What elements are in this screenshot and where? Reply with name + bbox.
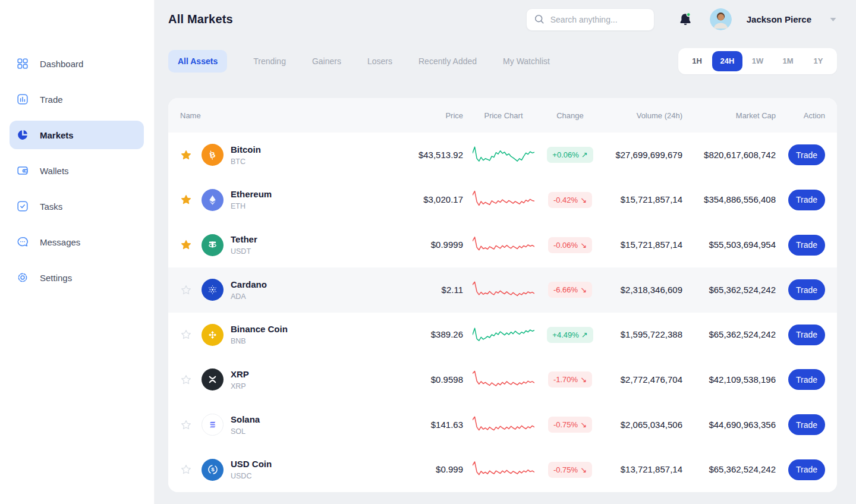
coin-symbol: BTC <box>231 158 261 166</box>
timeframe-1y[interactable]: 1Y <box>803 51 833 71</box>
table-row: Tether USDT $0.9999 -0.06%↘ $15,721,857,… <box>168 222 837 267</box>
column-header-action: Action <box>776 111 825 120</box>
coin-symbol: ADA <box>231 292 267 301</box>
arrow-up-right-icon: ↗ <box>581 330 588 339</box>
volume-24h: $27,699,699,679 <box>615 150 682 160</box>
favorite-star-icon[interactable] <box>180 239 192 251</box>
tab-gainers[interactable]: Gainers <box>312 56 341 66</box>
market-cap: $820,617,608,742 <box>704 150 776 160</box>
table-row: Solana SOL $141.63 -0.75%↘ $2,065,034,50… <box>168 402 837 448</box>
trade-button[interactable]: Trade <box>788 279 825 300</box>
wallet-icon <box>15 163 30 178</box>
coin-price: $0.9999 <box>431 240 463 250</box>
coin-name: Ethereum <box>231 189 272 199</box>
coin-price: $2.11 <box>442 285 463 295</box>
coin-name: Binance Coin <box>231 324 288 334</box>
sidebar-item-tasks[interactable]: Tasks <box>10 192 144 220</box>
sidebar-item-settings[interactable]: Settings <box>10 263 144 292</box>
sidebar-item-label: Dashboard <box>40 59 83 69</box>
sidebar-item-wallets[interactable]: Wallets <box>10 156 144 185</box>
volume-24h: $2,772,476,704 <box>621 374 682 385</box>
market-cap: $354,886,556,408 <box>704 194 776 204</box>
table-row: XRP XRP $0.9598 -1.70%↘ $2,772,476,704 $… <box>168 357 837 402</box>
search-input[interactable] <box>550 15 646 24</box>
favorite-star-icon[interactable] <box>180 464 192 475</box>
arrow-down-right-icon: ↘ <box>580 241 587 250</box>
user-menu-caret-icon[interactable] <box>829 17 837 23</box>
xrp-icon <box>202 368 224 390</box>
messages-icon <box>15 235 30 249</box>
coin-symbol: XRP <box>231 382 249 390</box>
timeframe-1m[interactable]: 1M <box>773 51 803 71</box>
arrow-down-right-icon: ↘ <box>580 285 587 294</box>
change-badge: +0.06%↗ <box>547 147 593 163</box>
notification-bell-icon[interactable] <box>678 11 693 28</box>
price-sparkline <box>463 141 544 169</box>
market-cap: $55,503,694,954 <box>709 240 776 250</box>
table-row: Ethereum ETH $3,020.17 -0.42%↘ $15,721,8… <box>168 178 837 223</box>
volume-24h: $2,318,346,609 <box>621 285 682 295</box>
volume-24h: $13,721,857,14 <box>621 464 682 474</box>
tab-all-assets[interactable]: All Assets <box>168 50 227 73</box>
coin-price: $0.9598 <box>431 374 463 385</box>
price-sparkline <box>463 186 544 213</box>
column-header-price-chart: Price Chart <box>463 111 544 120</box>
favorite-star-icon[interactable] <box>180 284 192 296</box>
market-cap: $42,109,538,196 <box>709 374 776 385</box>
sidebar-item-label: Trade <box>40 94 63 105</box>
coin-name: Bitcoin <box>231 144 261 155</box>
change-badge: +4.49%↗ <box>547 327 593 343</box>
table-row: B Bitcoin BTC $43,513.92 +0.06%↗ $27,699… <box>168 133 837 178</box>
favorite-star-icon[interactable] <box>180 149 192 161</box>
asset-tabs: All AssetsTrendingGainersLosersRecently … <box>168 50 550 73</box>
sidebar-item-markets[interactable]: Markets <box>10 121 144 149</box>
pie-chart-icon <box>15 128 30 142</box>
timeframe-24h[interactable]: 24H <box>712 51 742 71</box>
user-avatar[interactable] <box>710 8 732 30</box>
price-sparkline <box>463 411 544 439</box>
trade-button[interactable]: Trade <box>788 325 825 345</box>
trade-button[interactable]: Trade <box>788 235 825 256</box>
favorite-star-icon[interactable] <box>180 419 192 431</box>
trade-button[interactable]: Trade <box>788 190 825 210</box>
change-badge: -0.06%↘ <box>548 237 592 253</box>
coin-symbol: USDC <box>231 472 272 480</box>
trade-button[interactable]: Trade <box>788 144 825 165</box>
table-row: $ USD Coin USDC $0.999 -0.75%↘ $13,721,8… <box>168 447 837 492</box>
favorite-star-icon[interactable] <box>180 374 192 386</box>
search-box[interactable] <box>526 8 654 31</box>
tab-my-watchlist[interactable]: My Watchlist <box>503 56 550 66</box>
trade-button[interactable]: Trade <box>788 414 825 435</box>
coin-price: $389.26 <box>431 329 463 339</box>
column-header-name: Name <box>180 111 380 120</box>
timeframe-1w[interactable]: 1W <box>742 51 773 71</box>
tab-recently-added[interactable]: Recently Added <box>418 56 477 66</box>
coin-symbol: BNB <box>231 337 288 345</box>
sidebar-item-dashboard[interactable]: Dashboard <box>10 49 144 78</box>
column-header-price: Price <box>380 111 463 120</box>
favorite-star-icon[interactable] <box>180 194 192 206</box>
topbar: All Markets Jackson Pierce <box>168 0 837 39</box>
timeframe-1h[interactable]: 1H <box>682 51 712 71</box>
coin-name: Tether <box>231 234 257 244</box>
page-title: All Markets <box>168 12 233 26</box>
table-header: Name Price Price Chart Change Volume (24… <box>168 98 837 133</box>
change-badge: -6.66%↘ <box>548 282 592 298</box>
bitcoin-icon: B <box>202 144 224 166</box>
usd-coin-icon: $ <box>202 459 224 481</box>
sidebar-item-trade[interactable]: Trade <box>10 85 144 114</box>
coin-name: Cardano <box>231 279 267 289</box>
arrow-up-right-icon: ↗ <box>581 150 588 159</box>
cardano-icon <box>202 279 224 301</box>
favorite-star-icon[interactable] <box>180 329 192 341</box>
sidebar-item-messages[interactable]: Messages <box>10 228 144 256</box>
tab-losers[interactable]: Losers <box>367 56 392 66</box>
trade-button[interactable]: Trade <box>788 369 825 390</box>
arrow-down-right-icon: ↘ <box>580 420 587 429</box>
price-sparkline <box>463 231 544 259</box>
trade-button[interactable]: Trade <box>788 459 825 480</box>
coin-name: Solana <box>231 414 260 424</box>
volume-24h: $2,065,034,506 <box>621 420 682 430</box>
tab-trending[interactable]: Trending <box>253 56 286 66</box>
coin-name: USD Coin <box>231 459 272 469</box>
